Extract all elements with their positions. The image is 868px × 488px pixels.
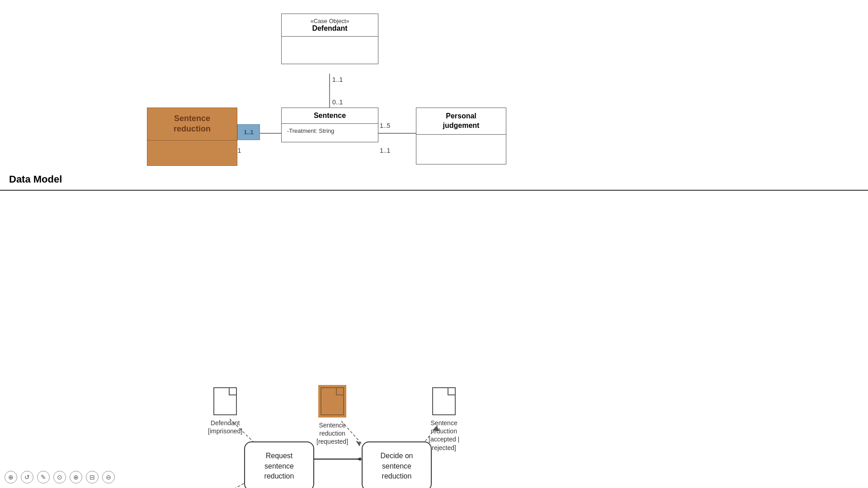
defendant-body	[282, 37, 378, 64]
sentence-header: Sentence	[282, 108, 378, 124]
request-process-box: Requestsentencereduction	[244, 441, 314, 488]
mult-1-5: 1..5	[380, 122, 390, 129]
sentence-name: Sentence	[287, 112, 373, 120]
defendant-uml-box: «Case Object» Defendant	[281, 14, 378, 64]
defendant-header: «Case Object» Defendant	[282, 14, 378, 37]
process-diagram-section: Defendant[imprisoned] Sentencereduction[…	[0, 190, 868, 488]
defendant-doc: Defendant[imprisoned]	[208, 387, 242, 435]
sentence-reduction-requested-label: Sentencereduction[requested]	[316, 421, 348, 446]
sentence-body: -Treatment: String	[282, 124, 378, 142]
defendant-doc-shape	[213, 387, 237, 415]
sentence-reduction-accepted-doc-shape	[432, 387, 456, 415]
svg-marker-13	[356, 457, 361, 461]
doc-orange-bg	[318, 385, 346, 418]
toolbar-btn-2[interactable]: ↺	[21, 471, 33, 483]
defendant-stereotype: «Case Object»	[287, 18, 373, 24]
toolbar-btn-6[interactable]: ⊟	[86, 471, 99, 483]
sentence-reduction-header: Sentencereduction	[147, 108, 237, 141]
sentence-reduction-requested-doc: Sentencereduction[requested]	[316, 385, 348, 446]
sentence-reduction-accepted-doc: Sentencereduction[accepted |rejected]	[429, 387, 459, 452]
toolbar: ⊕ ↺ ✎ ⊙ ⊕ ⊟ ⊖	[5, 471, 115, 483]
mult-1-1-right: 1..1	[380, 147, 390, 154]
defendant-doc-label: Defendant[imprisoned]	[208, 419, 242, 435]
decide-label: Decide onsentencereduction	[380, 451, 413, 481]
sentence-reduction-requested-doc-shape	[321, 387, 344, 415]
toolbar-btn-3[interactable]: ✎	[37, 471, 50, 483]
sentence-attribute: -Treatment: String	[287, 127, 334, 134]
sentence-reduction-name: Sentencereduction	[152, 113, 232, 135]
toolbar-btn-7[interactable]: ⊖	[102, 471, 115, 483]
sentence-reduction-uml-box: Sentencereduction	[147, 108, 237, 166]
toolbar-btn-4[interactable]: ⊙	[53, 471, 66, 483]
multiplicity-badge: 1..1	[237, 124, 260, 140]
request-label: Requestsentencereduction	[264, 451, 294, 481]
sentence-uml-box: Sentence -Treatment: String	[281, 108, 378, 142]
sentence-reduction-body	[147, 141, 237, 165]
toolbar-btn-5[interactable]: ⊕	[70, 471, 82, 483]
sentence-reduction-accepted-label: Sentencereduction[accepted |rejected]	[429, 419, 459, 452]
toolbar-btn-1[interactable]: ⊕	[5, 471, 17, 483]
data-model-section: 1..1 0..1 0..1 1..5 1..1 «Case Object» D…	[0, 0, 868, 190]
decide-process-box: Decide onsentencereduction	[362, 441, 432, 488]
personal-judgement-header: Personaljudgement	[416, 108, 506, 135]
defendant-name: Defendant	[287, 24, 373, 33]
svg-marker-9	[356, 441, 361, 446]
mult-0-1-top: 0..1	[332, 99, 343, 106]
personal-judgement-name: Personaljudgement	[422, 112, 500, 131]
personal-judgement-uml-box: Personaljudgement	[416, 108, 506, 164]
mult-1-1-top: 1..1	[332, 76, 343, 83]
data-model-label: Data Model	[9, 174, 62, 185]
personal-judgement-body	[416, 135, 506, 164]
